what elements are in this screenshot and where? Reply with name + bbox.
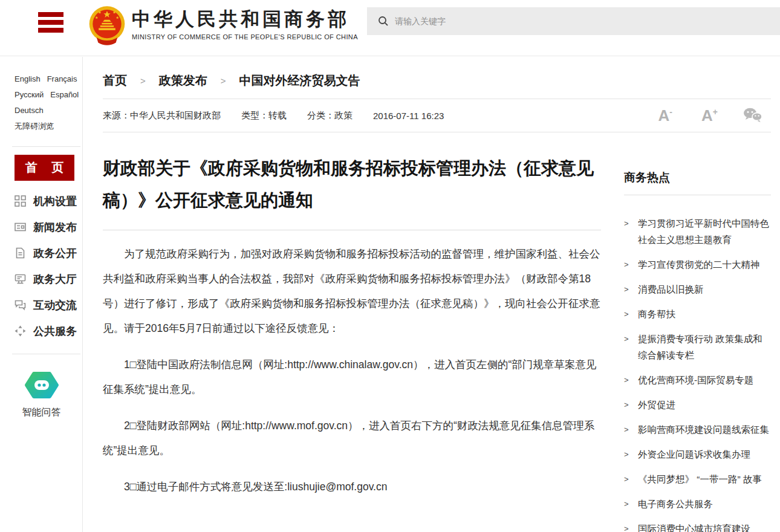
- service-hall-icon: [15, 273, 26, 285]
- lang-german[interactable]: Deutsch: [15, 106, 44, 115]
- hamburger-menu-icon[interactable]: [38, 12, 63, 33]
- title-divider: [103, 230, 601, 230]
- site-subtitle: MINISTRY OF COMMERCE OF THE PEOPLE'S REP…: [132, 33, 358, 41]
- search-input[interactable]: [395, 16, 733, 26]
- chevron-right-icon: >: [624, 397, 629, 413]
- smart-qa-label: 智能问答: [0, 406, 83, 419]
- meta-source: 来源：中华人民共和国财政部: [103, 110, 221, 122]
- chevron-right-icon: >: [624, 331, 629, 347]
- org-grid-icon: [15, 195, 26, 207]
- article-paragraph: 3□通过电子邮件方式将意见发送至:liushujie@mof.gov.cn: [103, 475, 601, 499]
- sidebar-item-interaction[interactable]: 互动交流: [15, 292, 82, 318]
- chevron-right-icon: >: [624, 496, 629, 512]
- home-button[interactable]: 首 页: [15, 155, 74, 181]
- smart-qa-bot-icon: [24, 371, 59, 399]
- sidebar-item-label: 政务大厅: [33, 272, 77, 287]
- hot-topic-item[interactable]: >学习宣传贯彻党的二十大精神: [624, 256, 771, 273]
- breadcrumb-current[interactable]: 中国对外经济贸易文告: [239, 73, 360, 89]
- chevron-right-icon: >: [624, 446, 629, 462]
- smart-qa-widget[interactable]: 智能问答: [0, 371, 83, 419]
- public-service-icon: [15, 325, 26, 337]
- page: 中华人民共和国商务部 MINISTRY OF COMMERCE OF THE P…: [0, 0, 780, 532]
- lang-spanish[interactable]: Español: [50, 90, 79, 99]
- font-increase-button[interactable]: A+: [701, 108, 718, 123]
- sidebar-item-service-hall[interactable]: 政务大厅: [15, 266, 82, 292]
- hot-topic-item[interactable]: >优化营商环境-国际贸易专题: [624, 372, 771, 388]
- chevron-right-icon: >: [624, 471, 629, 487]
- hot-topic-item[interactable]: >《共同梦想》 “一带一路” 故事: [624, 471, 771, 487]
- search-icon: [378, 16, 389, 27]
- hot-topic-item[interactable]: >商务帮扶: [624, 306, 771, 322]
- chevron-right-icon: >: [624, 521, 629, 532]
- article-paragraph: 1□登陆中国政府法制信息网（网址:http://www.chinalaw.gov…: [103, 352, 601, 402]
- font-decrease-button[interactable]: A-: [658, 108, 672, 123]
- hot-topic-item[interactable]: >外贸促进: [624, 397, 771, 413]
- rail-divider: [12, 146, 80, 147]
- site-brand: 中华人民共和国商务部 MINISTRY OF COMMERCE OF THE P…: [132, 8, 358, 41]
- meta-type: 类型：转载: [241, 110, 287, 122]
- lang-english[interactable]: English: [15, 74, 41, 83]
- breadcrumb-separator: >: [140, 76, 146, 86]
- hot-topics-title: 商务热点: [624, 170, 771, 186]
- chevron-right-icon: >: [624, 306, 629, 322]
- sidebar-item-news[interactable]: 新闻发布: [15, 214, 82, 240]
- document-icon: [15, 247, 26, 259]
- hot-topics-divider: [624, 195, 771, 195]
- sidebar-item-label: 公共服务: [33, 324, 77, 339]
- breadcrumb-separator: >: [221, 76, 226, 86]
- chevron-right-icon: >: [624, 421, 629, 438]
- rail-menu: 机构设置 新闻发布 政务公开: [15, 188, 82, 344]
- hot-topic-item[interactable]: >影响营商环境建设问题线索征集: [624, 421, 771, 438]
- content-head: 首页 > 政策发布 > 中国对外经济贸易文告 来源：中华人民共和国财政部 类型：…: [103, 57, 771, 132]
- sidebar-item-org[interactable]: 机构设置: [15, 188, 82, 214]
- article-tools: A- A+: [629, 108, 762, 123]
- breadcrumb-home[interactable]: 首页: [103, 73, 127, 89]
- top-bar: 中华人民共和国商务部 MINISTRY OF COMMERCE OF THE P…: [0, 0, 780, 56]
- national-emblem-logo: [88, 4, 126, 51]
- meta-datetime: 2016-07-11 16:23: [373, 111, 444, 121]
- left-sidebar: EnglishFrançais РусскийEspañol Deutsch 无…: [0, 57, 83, 532]
- sidebar-item-label: 新闻发布: [33, 220, 77, 235]
- site-title: 中华人民共和国商务部: [132, 8, 358, 31]
- article-meta: 来源：中华人民共和国财政部 类型：转载 分类：政策 2016-07-11 16:…: [103, 110, 464, 122]
- article-paragraph: 为了规范政府采购行为，加强对政府采购货物和服务招标投标活动的监督管理，维护国家利…: [103, 242, 601, 341]
- wechat-share-icon[interactable]: [743, 108, 762, 123]
- rail-divider: [12, 354, 80, 354]
- article-meta-bar: 来源：中华人民共和国财政部 类型：转载 分类：政策 2016-07-11 16:…: [103, 99, 771, 132]
- chevron-right-icon: >: [624, 256, 629, 273]
- sidebar-item-label: 政务公开: [33, 246, 77, 261]
- news-icon: [15, 221, 26, 233]
- meta-category: 分类：政策: [307, 110, 353, 122]
- chevron-right-icon: >: [624, 281, 629, 297]
- hot-topics-panel: 商务热点 >学习贯彻习近平新时代中国特色社会主义思想主题教育 >学习宣传贯彻党的…: [624, 170, 771, 532]
- hot-topics-list: >学习贯彻习近平新时代中国特色社会主义思想主题教育 >学习宣传贯彻党的二十大精神…: [624, 215, 771, 532]
- sidebar-item-label: 机构设置: [33, 194, 77, 209]
- article: 财政部关于《政府采购货物和服务招标投标管理办法（征求意见稿）》公开征求意见的通知…: [103, 152, 601, 499]
- hot-topic-item[interactable]: >国际消费中心城市培育建设: [624, 521, 771, 532]
- article-paragraph: 2□登陆财政部网站（网址:http://www.mof.gov.cn），进入首页…: [103, 414, 601, 463]
- breadcrumb: 首页 > 政策发布 > 中国对外经济贸易文告: [103, 57, 771, 99]
- hot-topic-item[interactable]: >电子商务公共服务: [624, 496, 771, 512]
- sidebar-item-public-service[interactable]: 公共服务: [15, 318, 82, 344]
- chevron-right-icon: >: [624, 215, 629, 232]
- hot-topic-item[interactable]: >提振消费专项行动 政策集成和综合解读专栏: [624, 331, 771, 363]
- accessibility-link[interactable]: 无障碍浏览: [15, 122, 54, 131]
- hot-topic-item[interactable]: >学习贯彻习近平新时代中国特色社会主义思想主题教育: [624, 215, 771, 248]
- article-title: 财政部关于《政府采购货物和服务招标投标管理办法（征求意见稿）》公开征求意见的通知: [103, 152, 601, 216]
- sidebar-item-gov-info[interactable]: 政务公开: [15, 240, 82, 266]
- lang-russian[interactable]: Русский: [15, 90, 44, 99]
- breadcrumb-policy[interactable]: 政策发布: [159, 73, 207, 89]
- chat-icon: [15, 299, 26, 311]
- sidebar-item-label: 互动交流: [33, 298, 77, 313]
- chevron-right-icon: >: [624, 372, 629, 388]
- hot-topic-item[interactable]: >外资企业问题诉求收集办理: [624, 446, 771, 462]
- hot-topic-item[interactable]: >消费品以旧换新: [624, 281, 771, 297]
- lang-french[interactable]: Français: [47, 74, 77, 83]
- search-bar[interactable]: [367, 7, 780, 35]
